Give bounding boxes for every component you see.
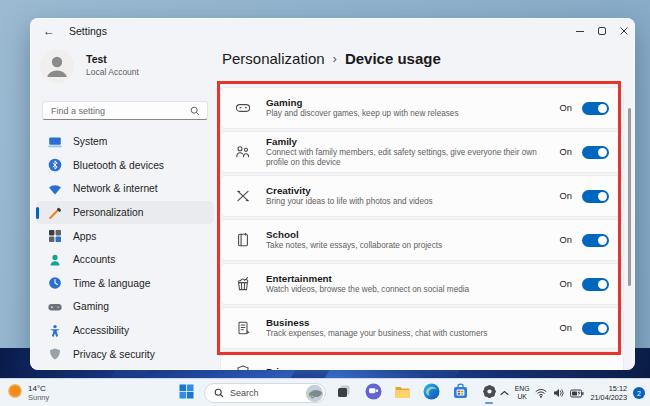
task-view-button[interactable]: [333, 381, 355, 405]
toggle-knob: [598, 104, 607, 113]
receipt-icon: [235, 320, 251, 336]
system-tray: ENG UK 15:12 21/04/2023 2: [500, 379, 645, 406]
shield-outline-icon: [235, 364, 251, 370]
sidebar-item-label: Network & internet: [73, 183, 158, 194]
toggle-state-label: On: [560, 191, 572, 201]
taskbar: 14°C Sunny Search: [0, 378, 650, 406]
row-description: Watch videos, browse the web, connect on…: [266, 285, 560, 295]
settings-app-button[interactable]: [478, 381, 500, 405]
device-usage-row-gaming: Gaming Play and discover games, keep up …: [220, 87, 624, 129]
toggle-state-label: On: [560, 103, 572, 113]
language-indicator[interactable]: ENG UK: [515, 385, 530, 402]
sidebar-item-time-language[interactable]: Time & language: [36, 272, 214, 296]
close-button[interactable]: [613, 18, 635, 44]
settings-search-box[interactable]: [42, 101, 208, 120]
sidebar-item-system[interactable]: System: [36, 130, 214, 154]
sidebar-item-label: Personalization: [73, 207, 143, 218]
file-explorer-icon: [394, 383, 411, 404]
weather-widget[interactable]: 14°C Sunny: [7, 383, 49, 403]
taskbar-search-label: Search: [230, 388, 306, 398]
clock[interactable]: 15:12 21/04/2023: [590, 384, 627, 403]
speaker-icon[interactable]: [553, 388, 564, 398]
toggle-business[interactable]: [582, 322, 609, 335]
wifi-icon[interactable]: [535, 388, 547, 398]
sidebar-item-personalization[interactable]: Personalization: [36, 201, 214, 225]
toggle-gaming[interactable]: [582, 102, 609, 115]
windows-logo-icon: [179, 384, 194, 403]
notification-badge[interactable]: 2: [633, 387, 645, 399]
sidebar-item-privacy-security[interactable]: Privacy & security: [36, 342, 214, 366]
toggle-state-label: On: [560, 147, 572, 157]
toggle-knob: [598, 192, 607, 201]
person-icon: [48, 253, 62, 267]
maximize-button[interactable]: [591, 18, 613, 44]
sidebar-item-label: Bluetooth & devices: [73, 160, 164, 171]
chat-icon: [365, 383, 382, 404]
sidebar-item-gaming[interactable]: Gaming: [36, 295, 214, 319]
row-description: Take notes, write essays, collaborate on…: [266, 241, 560, 251]
toggle-family[interactable]: [582, 146, 609, 159]
edge-icon: [423, 383, 440, 404]
controller-icon: [235, 100, 251, 116]
toggle-knob: [598, 236, 607, 245]
weather-temp: 14°C: [28, 384, 49, 394]
row-title: Family: [266, 136, 560, 148]
device-usage-row-creativity: Creativity Bring your ideas to life with…: [220, 175, 624, 217]
edge-button[interactable]: [420, 381, 442, 405]
gamepad-icon: [48, 300, 62, 314]
scrollbar[interactable]: [628, 108, 631, 286]
row-title: Entertainment: [266, 273, 560, 285]
chat-button[interactable]: [362, 381, 384, 405]
row-title: School: [266, 229, 560, 241]
device-usage-row-business: Business Track expenses, manage your bus…: [220, 307, 624, 349]
sidebar-item-accounts[interactable]: Accounts: [36, 248, 214, 272]
toggle-entertainment[interactable]: [582, 278, 609, 291]
accessibility-icon: [48, 324, 62, 338]
magnifier-icon: [214, 384, 224, 402]
sidebar-item-label: Accounts: [73, 254, 115, 265]
start-button[interactable]: [175, 381, 197, 405]
device-usage-row-entertainment: Entertainment Watch videos, browse the w…: [220, 263, 624, 305]
row-description: Connect with family members, edit safety…: [266, 148, 560, 168]
sidebar-nav: System Bluetooth & devices Network & int…: [36, 130, 214, 366]
sidebar-item-bluetooth-devices[interactable]: Bluetooth & devices: [36, 154, 214, 178]
chevron-up-icon[interactable]: [500, 390, 509, 396]
sidebar-item-apps[interactable]: Apps: [36, 224, 214, 248]
chevron-right-icon: ›: [333, 51, 337, 66]
sidebar-item-network-internet[interactable]: Network & internet: [36, 177, 214, 201]
file-explorer-button[interactable]: [391, 381, 413, 405]
taskbar-center: Search: [175, 379, 500, 406]
taskbar-search[interactable]: Search: [204, 383, 326, 403]
bluetooth-icon: [48, 158, 62, 172]
breadcrumb-parent[interactable]: Personalization: [222, 50, 325, 67]
titlebar: ← Settings: [30, 18, 635, 44]
laptop-icon: [48, 135, 62, 149]
search-highlight-image: [306, 385, 323, 402]
settings-window: ← Settings Test Local Account: [30, 18, 635, 370]
settings-search-input[interactable]: [43, 106, 190, 116]
sidebar-item-label: Apps: [73, 231, 96, 242]
avatar[interactable]: [40, 49, 74, 83]
minimize-button[interactable]: [569, 18, 591, 44]
sun-icon: [7, 383, 23, 403]
clock-icon: [48, 276, 62, 290]
sidebar-item-label: Time & language: [73, 278, 150, 289]
privacy-resources-row[interactable]: Privacy resources: [220, 351, 624, 370]
row-title: Business: [266, 317, 560, 329]
store-button[interactable]: [449, 381, 471, 405]
back-button[interactable]: ←: [43, 24, 55, 38]
battery-icon[interactable]: [570, 389, 584, 398]
toggle-creativity[interactable]: [582, 190, 609, 203]
breadcrumb: Personalization › Device usage: [222, 50, 441, 67]
device-usage-row-family: Family Connect with family members, edit…: [220, 131, 624, 173]
toggle-state-label: On: [560, 235, 572, 245]
row-title: Creativity: [266, 185, 560, 197]
language-line1: ENG: [515, 385, 530, 393]
row-description: Track expenses, manage your business, ch…: [266, 329, 560, 339]
task-view-icon: [336, 383, 352, 403]
row-description: Bring your ideas to life with photos and…: [266, 197, 560, 207]
toggle-school[interactable]: [582, 234, 609, 247]
window-title: Settings: [69, 25, 107, 37]
sidebar-item-accessibility[interactable]: Accessibility: [36, 319, 214, 343]
tray-date: 21/04/2023: [590, 393, 627, 402]
